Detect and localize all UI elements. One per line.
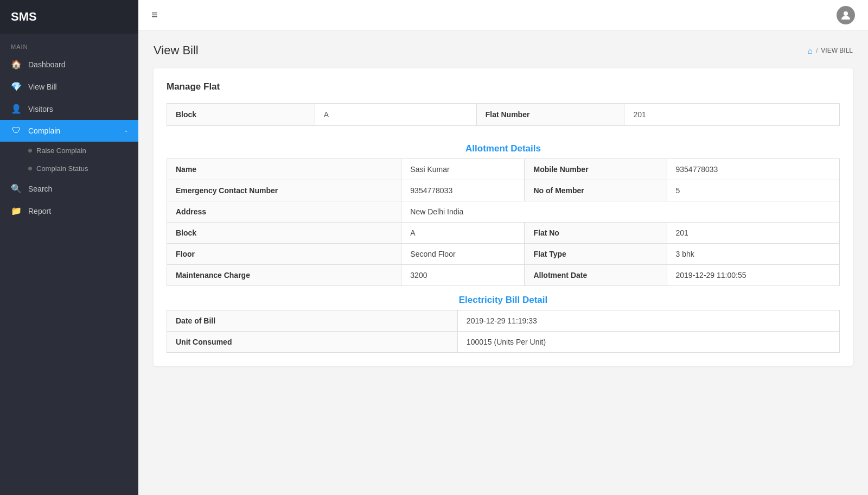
sidebar-item-search[interactable]: 🔍 Search [0, 177, 138, 200]
block-value2: A [401, 223, 525, 244]
table-row: Date of Bill 2019-12-29 11:19:33 [167, 310, 840, 332]
page-title: View Bill [154, 43, 199, 58]
emergency-value: 9354778033 [401, 180, 525, 201]
breadcrumb-separator: / [816, 47, 818, 55]
name-label: Name [167, 159, 401, 180]
hamburger-button[interactable]: ≡ [151, 9, 158, 21]
name-value: Sasi Kumar [401, 159, 525, 180]
sidebar-item-complain[interactable]: 🛡 Complain - [0, 120, 138, 142]
allotment-table: Name Sasi Kumar Mobile Number 9354778033… [167, 158, 840, 286]
floor-label: Floor [167, 244, 401, 265]
mobile-value: 9354778033 [667, 159, 839, 180]
flat-no-value: 201 [667, 223, 839, 244]
sidebar-item-report[interactable]: 📁 Report [0, 200, 138, 222]
flat-type-label: Flat Type [525, 244, 667, 265]
allotment-date-label: Allotment Date [525, 265, 667, 286]
table-row: Floor Second Floor Flat Type 3 bhk [167, 244, 840, 265]
visitors-icon: 👤 [11, 104, 22, 114]
breadcrumb-home-icon[interactable]: ⌂ [808, 46, 813, 55]
main-card: Manage Flat Block A Flat Number 201 Allo… [154, 68, 853, 366]
dot-icon-2 [28, 167, 32, 170]
table-row: Address New Delhi India [167, 201, 840, 223]
app-logo: SMS [0, 0, 138, 34]
flat-number-value: 201 [624, 104, 840, 126]
address-label: Address [167, 201, 401, 223]
sidebar-item-raise-complain[interactable]: Raise Complain [0, 142, 138, 160]
breadcrumb: ⌂ / VIEW BILL [808, 46, 853, 55]
header-left: ≡ [151, 9, 158, 21]
electricity-heading: Electricity Bill Detail [167, 286, 840, 310]
unit-consumed-value: 100015 (Units Per Unit) [457, 332, 839, 353]
sidebar-item-dashboard[interactable]: 🏠 Dashboard [0, 53, 138, 75]
dot-icon [28, 149, 32, 153]
sidebar-label-search: Search [28, 185, 127, 193]
unit-consumed-label: Unit Consumed [167, 332, 458, 353]
allotment-heading: Allotment Details [167, 135, 840, 158]
table-row: Block A Flat Number 201 [167, 104, 840, 126]
search-icon: 🔍 [11, 183, 22, 194]
sidebar-label-complain: Complain [28, 126, 118, 135]
sidebar-item-visitors[interactable]: 👤 Visitors [0, 98, 138, 120]
block-value: A [315, 104, 476, 126]
page-content: View Bill ⌂ / VIEW BILL Manage Flat Bloc… [138, 30, 868, 495]
page-title-row: View Bill ⌂ / VIEW BILL [154, 43, 853, 58]
table-row: Maintenance Charge 3200 Allotment Date 2… [167, 265, 840, 286]
address-value: New Delhi India [401, 201, 840, 223]
flat-type-value: 3 bhk [667, 244, 839, 265]
maintenance-label: Maintenance Charge [167, 265, 401, 286]
svg-point-0 [844, 11, 848, 16]
header-right [837, 6, 855, 24]
flat-number-label: Flat Number [476, 104, 624, 126]
allotment-date-value: 2019-12-29 11:00:55 [667, 265, 839, 286]
complain-icon: 🛡 [11, 126, 22, 136]
home-icon: 🏠 [11, 59, 22, 69]
sidebar-section-main: Main [0, 34, 138, 53]
table-row: Block A Flat No 201 [167, 223, 840, 244]
table-row: Emergency Contact Number 9354778033 No o… [167, 180, 840, 201]
breadcrumb-current: VIEW BILL [821, 47, 853, 54]
floor-value: Second Floor [401, 244, 525, 265]
block-label2: Block [167, 223, 401, 244]
main-area: ≡ View Bill ⌂ / VIEW BILL Manage Flat [138, 0, 868, 495]
report-icon: 📁 [11, 206, 22, 216]
sidebar-item-complain-status[interactable]: Complain Status [0, 160, 138, 177]
header: ≡ [138, 0, 868, 30]
flat-no-label: Flat No [525, 223, 667, 244]
date-of-bill-value: 2019-12-29 11:19:33 [457, 310, 839, 332]
maintenance-value: 3200 [401, 265, 525, 286]
sidebar-label-visitors: Visitors [28, 105, 127, 113]
date-of-bill-label: Date of Bill [167, 310, 458, 332]
mobile-label: Mobile Number [525, 159, 667, 180]
electricity-table: Date of Bill 2019-12-29 11:19:33 Unit Co… [167, 310, 840, 353]
sidebar-label-report: Report [28, 207, 127, 215]
emergency-label: Emergency Contact Number [167, 180, 401, 201]
sidebar: SMS Main 🏠 Dashboard 💎 View Bill 👤 Visit… [0, 0, 138, 495]
members-value: 5 [667, 180, 839, 201]
table-row: Unit Consumed 100015 (Units Per Unit) [167, 332, 840, 353]
diamond-icon: 💎 [11, 81, 22, 92]
user-avatar[interactable] [837, 6, 855, 24]
table-row: Name Sasi Kumar Mobile Number 9354778033 [167, 159, 840, 180]
sidebar-label-complain-status: Complain Status [36, 164, 88, 173]
block-label: Block [167, 104, 315, 126]
collapse-icon: - [125, 126, 127, 136]
members-label: No of Member [525, 180, 667, 201]
sidebar-label-dashboard: Dashboard [28, 60, 127, 69]
sidebar-item-view-bill[interactable]: 💎 View Bill [0, 75, 138, 98]
manage-flat-title: Manage Flat [167, 81, 840, 92]
sidebar-label-view-bill: View Bill [28, 82, 127, 91]
top-info-table: Block A Flat Number 201 [167, 103, 840, 126]
sidebar-label-raise-complain: Raise Complain [36, 147, 86, 155]
